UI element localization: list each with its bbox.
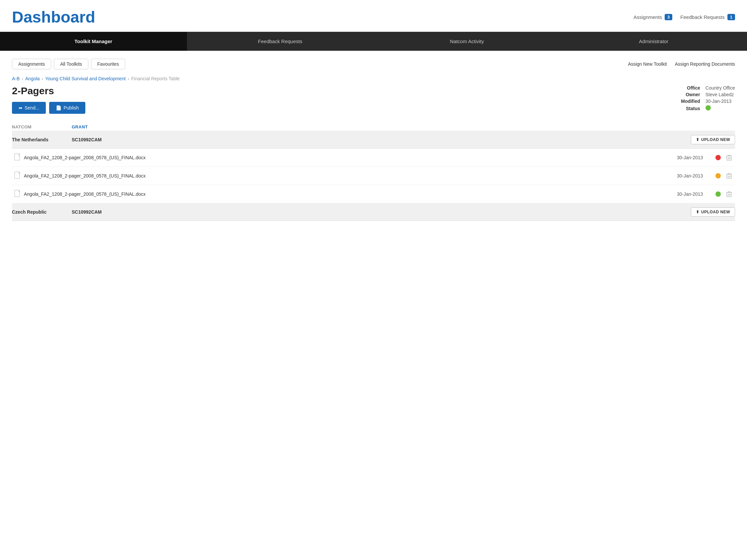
grant-group-netherlands: The Netherlands SC10992CAM ⬆ UPLOAD NEW … <box>12 131 735 203</box>
file-row: Angola_FA2_1208_2-pager_2008_0578_(US)_F… <box>12 185 735 203</box>
page-header-left: 2-Pagers ➦ Send... 📄 Publish <box>12 85 681 114</box>
delete-button[interactable] <box>723 173 735 179</box>
content-area: Assignments All Toolkits Favourites Assi… <box>0 51 747 229</box>
delete-button[interactable] <box>723 191 735 197</box>
upload-icon-czech: ⬆ <box>696 210 699 214</box>
header-right: Assignments 3 Feedback Requests 1 <box>634 14 735 20</box>
breadcrumb: A-B › Angola › Young Child Survival and … <box>12 76 735 81</box>
assign-reporting-link[interactable]: Assign Reporting Documents <box>675 61 735 67</box>
sub-nav: Assignments All Toolkits Favourites Assi… <box>12 59 735 69</box>
file-name: Angola_FA2_1208_2-pager_2008_0578_(US)_F… <box>24 191 667 197</box>
tab-administrator[interactable]: Administrator <box>560 32 747 51</box>
upload-icon: ⬆ <box>696 137 699 142</box>
nav-tabs: Toolkit Manager Feedback Requests Natcom… <box>0 32 747 51</box>
owner-value: Steve Labedz <box>705 92 735 97</box>
files-table: Natcom Grant The Netherlands SC10992CAM … <box>12 122 735 221</box>
assign-new-toolkit-link[interactable]: Assign New Toolkit <box>628 61 667 67</box>
file-status <box>713 191 723 197</box>
breadcrumb-ycsd[interactable]: Young Child Survival and Development <box>45 76 126 81</box>
grant-header-row-czech: Czech Republic SC10992CAM ⬆ UPLOAD NEW <box>12 203 735 221</box>
assignments-count: 3 <box>665 14 672 20</box>
grant-natcom-czech: Czech Republic <box>12 209 72 215</box>
status-label: Status <box>681 106 700 111</box>
file-name: Angola_FA2_1208_2-pager_2008_0578_(US)_F… <box>24 155 667 160</box>
col-header-natcom: Natcom <box>12 125 72 129</box>
header: Dashboard Assignments 3 Feedback Request… <box>0 0 747 32</box>
page-header: 2-Pagers ➦ Send... 📄 Publish Office Coun… <box>12 85 735 114</box>
grant-id-czech: SC10992CAM <box>72 209 131 215</box>
status-dot-green <box>716 191 721 197</box>
favourites-button[interactable]: Favourites <box>91 59 125 69</box>
status-value <box>705 105 735 111</box>
page-meta: Office Country Office Owner Steve Labedz… <box>681 85 735 111</box>
sub-nav-right: Assign New Toolkit Assign Reporting Docu… <box>628 61 735 67</box>
grant-natcom-netherlands: The Netherlands <box>12 137 72 142</box>
send-icon: ➦ <box>19 105 23 110</box>
grant-header-row: The Netherlands SC10992CAM ⬆ UPLOAD NEW <box>12 131 735 149</box>
status-dot-orange <box>716 173 721 179</box>
all-toolkits-button[interactable]: All Toolkits <box>54 59 88 69</box>
assignments-label: Assignments <box>634 14 662 20</box>
file-name: Angola_FA2_1208_2-pager_2008_0578_(US)_F… <box>24 173 667 179</box>
tab-natcom-activity[interactable]: Natcom Activity <box>374 32 560 51</box>
file-date: 30-Jan-2013 <box>667 191 713 197</box>
tab-feedback-requests[interactable]: Feedback Requests <box>187 32 374 51</box>
upload-new-button-czech[interactable]: ⬆ UPLOAD NEW <box>691 207 736 217</box>
file-icon <box>12 153 24 162</box>
breadcrumb-sep-2: › <box>42 76 44 81</box>
feedback-badge-group[interactable]: Feedback Requests 1 <box>680 14 735 20</box>
owner-label: Owner <box>681 92 700 97</box>
tab-toolkit-manager[interactable]: Toolkit Manager <box>0 32 187 51</box>
upload-new-button-netherlands[interactable]: ⬆ UPLOAD NEW <box>691 135 736 144</box>
file-status <box>713 173 723 179</box>
file-status <box>713 155 723 160</box>
action-buttons: ➦ Send... 📄 Publish <box>12 102 681 114</box>
grant-group-czech: Czech Republic SC10992CAM ⬆ UPLOAD NEW <box>12 203 735 221</box>
publish-button[interactable]: 📄 Publish <box>49 102 85 114</box>
publish-icon: 📄 <box>56 105 61 110</box>
file-row: Angola_FA2_1208_2-pager_2008_0578_(US)_F… <box>12 167 735 185</box>
feedback-label: Feedback Requests <box>680 14 724 20</box>
file-icon <box>12 171 24 180</box>
modified-label: Modified <box>681 99 700 104</box>
breadcrumb-financial: Financial Reports Table <box>131 76 180 81</box>
file-row: Angola_FA2_1208_2-pager_2008_0578_(US)_F… <box>12 149 735 167</box>
office-value: Country Office <box>705 85 735 90</box>
sub-nav-left: Assignments All Toolkits Favourites <box>12 59 125 69</box>
table-header: Natcom Grant <box>12 122 735 131</box>
assignments-badge-group[interactable]: Assignments 3 <box>634 14 672 20</box>
file-date: 30-Jan-2013 <box>667 155 713 160</box>
col-header-grant: Grant <box>72 125 131 129</box>
status-dot-red <box>716 155 721 160</box>
send-button[interactable]: ➦ Send... <box>12 102 46 114</box>
breadcrumb-sep-1: › <box>22 76 23 81</box>
modified-value: 30-Jan-2013 <box>705 99 735 104</box>
breadcrumb-sep-3: › <box>128 76 129 81</box>
page-title: Dashboard <box>12 8 95 26</box>
assignments-button[interactable]: Assignments <box>12 59 51 69</box>
status-indicator <box>705 105 711 110</box>
office-label: Office <box>681 85 700 90</box>
file-date: 30-Jan-2013 <box>667 173 713 179</box>
breadcrumb-ab[interactable]: A-B <box>12 76 20 81</box>
grant-id-netherlands: SC10992CAM <box>72 137 131 142</box>
delete-button[interactable] <box>723 155 735 161</box>
file-icon <box>12 190 24 198</box>
feedback-count: 1 <box>727 14 735 20</box>
document-title: 2-Pagers <box>12 85 681 97</box>
breadcrumb-angola[interactable]: Angola <box>25 76 40 81</box>
